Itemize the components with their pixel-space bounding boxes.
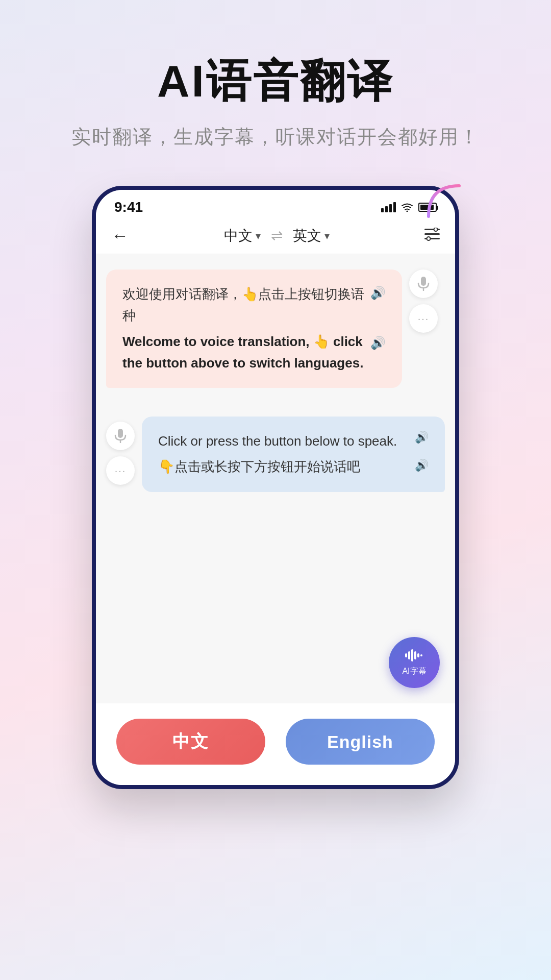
bubble-right-row: ··· Click or press the button below to s… (106, 416, 445, 492)
more-button-left[interactable]: ··· (106, 456, 135, 485)
lang-right-arrow-icon: ▾ (324, 230, 330, 242)
wifi-icon (401, 203, 413, 212)
bubble-right-cn-text: 👇点击或长按下方按钮开始说话吧 🔊 (158, 456, 429, 478)
page-wrapper: AI语音翻译 实时翻译，生成字幕，听课对话开会都好用！ 9:41 (0, 0, 551, 980)
svg-point-0 (407, 211, 408, 212)
bubble-right-cn-sound-icon[interactable]: 🔊 (415, 456, 429, 474)
nav-bar: ← 中文 ▾ ⇌ 英文 ▾ (96, 220, 455, 254)
left-action-buttons: ··· (106, 422, 135, 485)
mic-button-left[interactable] (106, 422, 135, 450)
fab-ai-label: AI字幕 (402, 666, 426, 677)
mic-button-right[interactable] (409, 270, 438, 298)
nav-lang-group: 中文 ▾ ⇌ 英文 ▾ (224, 226, 330, 246)
bubble-right-en-sound-icon[interactable]: 🔊 (415, 431, 429, 444)
svg-rect-14 (417, 653, 419, 657)
svg-rect-2 (424, 233, 440, 235)
lang-right-button[interactable]: 英文 ▾ (293, 226, 330, 246)
settings-button[interactable] (424, 227, 440, 244)
fab-ai-icon (405, 649, 423, 665)
bottom-bar: 中文 English (96, 703, 455, 785)
svg-rect-8 (118, 429, 123, 438)
status-time: 9:41 (114, 199, 143, 215)
more-button-right[interactable]: ··· (409, 304, 438, 333)
bubble-left-en-sound-icon[interactable]: 🔊 (370, 333, 386, 353)
header-area: AI语音翻译 实时翻译，生成字幕，听课对话开会都好用！ (0, 0, 551, 170)
chinese-button[interactable]: 中文 (116, 719, 265, 765)
bubble-right: Click or press the button below to speak… (142, 416, 445, 492)
svg-point-5 (427, 237, 431, 240)
svg-point-4 (434, 228, 438, 231)
phone-container: 9:41 (92, 186, 459, 789)
sub-title: 实时翻译，生成字幕，听课对话开会都好用！ (71, 124, 480, 150)
bubble-left-en-text: Welcome to voice translation, 👆 click th… (122, 331, 386, 374)
svg-rect-15 (420, 654, 422, 656)
svg-rect-11 (408, 651, 410, 659)
signal-icon (381, 202, 396, 212)
english-button[interactable]: English (286, 719, 435, 765)
status-bar: 9:41 (96, 190, 455, 220)
swap-button[interactable]: ⇌ (271, 227, 283, 244)
svg-rect-6 (421, 277, 426, 286)
deco-arc-icon (423, 181, 464, 222)
fab-ai-button[interactable]: AI字幕 (389, 637, 440, 688)
right-action-buttons: ··· (409, 270, 438, 333)
bubble-left-sound-icon[interactable]: 🔊 (370, 286, 386, 300)
bubble-left-cn-text: 欢迎使用对话翻译，👆点击上按钮切换语种 (122, 284, 365, 326)
svg-rect-12 (411, 649, 413, 662)
svg-rect-10 (405, 653, 407, 657)
svg-rect-13 (414, 651, 416, 659)
lang-left-arrow-icon: ▾ (256, 230, 261, 242)
phone-frame: 9:41 (92, 186, 459, 789)
bubble-right-en-text: Click or press the button below to speak… (158, 431, 411, 452)
main-title: AI语音翻译 (157, 51, 394, 112)
back-button[interactable]: ← (111, 226, 129, 246)
lang-left-button[interactable]: 中文 ▾ (224, 226, 261, 246)
chat-area: 欢迎使用对话翻译，👆点击上按钮切换语种 🔊 Welcome to voice t… (96, 254, 455, 703)
bubble-left: 欢迎使用对话翻译，👆点击上按钮切换语种 🔊 Welcome to voice t… (106, 270, 402, 388)
